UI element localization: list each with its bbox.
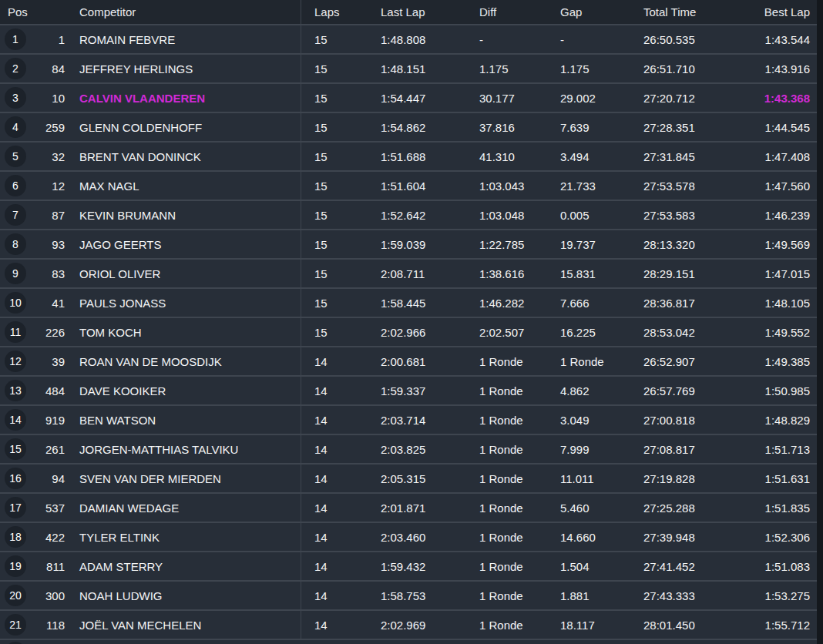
table-row[interactable]: 4259GLENN COLDENHOFF151:54.86237.8167.63… [0,112,817,141]
table-row[interactable]: 11ROMAIN FEBVRE151:48.808--26:50.5351:43… [0,24,817,53]
last-lap-value: 1:59.432 [370,552,470,580]
best-lap-value: 1:48.829 [759,406,817,434]
scrollbar-track[interactable] [817,0,823,644]
position-cell: 11 [0,318,34,346]
diff-value: 1 Ronde [470,611,551,639]
last-lap-value: 1:54.862 [370,113,470,141]
table-row[interactable]: 612MAX NAGL151:51.6041:03.04321.73327:53… [0,170,817,200]
position-badge: 3 [5,87,26,109]
total-time-value: 27:19.828 [634,465,759,492]
position-cell: 5 [0,143,34,170]
best-lap-value: 1:49.552 [759,318,817,346]
position-badge: 8 [5,233,26,255]
table-row[interactable]: 310CALVIN VLAANDEREN151:54.44730.17729.0… [0,82,817,112]
table-row[interactable]: 20300NOAH LUDWIG141:58.7531 Ronde1.88127… [0,580,817,609]
rider-number: 226 [34,318,69,346]
best-lap-value: 1:53.275 [759,582,817,609]
best-lap-value: 1:43.368 [759,84,817,112]
last-lap-value: 1:48.808 [370,25,470,53]
position-cell: 7 [0,201,34,229]
diff-value: 1 Ronde [470,582,551,609]
rider-name: GLENN COLDENHOFF [69,113,301,141]
table-row[interactable]: 21118JOËL VAN MECHELEN142:02.9691 Ronde1… [0,609,817,639]
position-badge: 7 [5,204,26,226]
position-badge: 6 [5,175,26,196]
table-row[interactable]: 983ORIOL OLIVER152:08.7111:38.61615.8312… [0,258,817,287]
laps-value: 15 [301,289,370,317]
table-row[interactable]: 15261JORGEN-MATTHIAS TALVIKU142:03.8251 … [0,434,817,463]
last-lap-value: 1:51.604 [370,172,470,200]
best-lap-value: 1:44.545 [759,113,817,141]
position-cell: 2 [0,55,34,82]
rider-name: BRENT VAN DONINCK [69,143,301,170]
rider-name: SVEN VAN DER MIERDEN [69,465,301,492]
laps-value: 14 [301,377,370,404]
diff-value: 1 Ronde [470,552,551,580]
table-row[interactable]: 787KEVIN BRUMANN151:52.6421:03.0480.0052… [0,200,817,229]
position-badge: 5 [5,146,26,167]
last-lap-value: 1:59.337 [370,377,470,404]
table-row[interactable]: 11226TOM KOCH152:02.9662:02.50716.22528:… [0,317,817,346]
position-badge: 2 [5,58,26,79]
total-time-value: 27:31.845 [634,143,759,170]
diff-value: 1:03.043 [470,172,551,200]
gap-value: 0.005 [551,201,634,229]
total-time-value: 27:08.817 [634,435,759,463]
diff-value: 1 Ronde [470,377,551,404]
laps-value: 15 [301,143,370,170]
table-row[interactable]: 1041PAULS JONASS151:58.4451:46.2827.6662… [0,287,817,317]
diff-value: 1 Ronde [470,435,551,463]
table-row[interactable]: 19811ADAM STERRY141:59.4321 Ronde1.50427… [0,551,817,580]
total-time-value: 26:51.710 [634,55,759,82]
table-row[interactable]: 893JAGO GEERTS151:59.0391:22.78519.73728… [0,229,817,258]
best-lap-value: 1:51.835 [759,494,817,522]
laps-value: 14 [301,435,370,463]
gap-value: 19.737 [551,230,634,258]
position-badge: 17 [5,497,26,518]
rider-number: 537 [34,494,69,522]
best-lap-value: 1:43.916 [759,55,817,82]
diff-value: 37.816 [470,113,551,141]
table-row[interactable]: 1239ROAN VAN DE MOOSDIJK142:00.6811 Rond… [0,346,817,375]
total-time-value: 28:53.042 [634,318,759,346]
rider-name: JAGO GEERTS [69,230,301,258]
gap-value: 29.002 [551,84,634,112]
table-row[interactable]: 13484DAVE KOOIKER141:59.3371 Ronde4.8622… [0,375,817,404]
rider-number: 1 [34,25,69,53]
position-badge: 11 [5,321,26,343]
table-row[interactable]: 1694SVEN VAN DER MIERDEN142:05.3151 Rond… [0,463,817,492]
best-lap-value: 1:43.544 [759,25,817,53]
rider-name: NOAH LUDWIG [69,582,301,609]
gap-value: 7.666 [551,289,634,317]
best-lap-value: 1:48.105 [759,289,817,317]
position-badge: 4 [5,116,26,138]
gap-value: 16.225 [551,318,634,346]
gap-value: - [551,25,634,53]
total-time-value: 26:52.907 [634,347,759,375]
rider-number: 484 [34,377,69,404]
table-row[interactable]: 532BRENT VAN DONINCK151:51.68841.3103.49… [0,141,817,170]
gap-value: 7.999 [551,435,634,463]
position-badge: 20 [5,585,26,606]
laps-value: 15 [301,172,370,200]
table-row[interactable]: 18422TYLER ELTINK142:03.4601 Ronde14.660… [0,522,817,551]
rider-name: BEN WATSON [69,406,301,434]
diff-value: 1 Ronde [470,465,551,492]
rider-name: MAX NAGL [69,172,301,200]
laps-value: 14 [301,494,370,522]
diff-value: 1 Ronde [470,347,551,375]
table-row[interactable]: 17537DAMIAN WEDAGE142:01.8711 Ronde5.460… [0,492,817,522]
total-time-value: 28:36.817 [634,289,759,317]
rider-name: KEVIN BRUMANN [69,201,301,229]
rider-number: 422 [34,523,69,551]
best-lap-value: 1:52.306 [759,523,817,551]
position-cell: 19 [0,552,34,580]
position-cell: 14 [0,406,34,434]
col-header-competitor: Competitor [34,0,301,24]
rider-number: 300 [34,582,69,609]
rider-number: 93 [34,230,69,258]
table-row[interactable]: 14919BEN WATSON142:03.7141 Ronde3.04927:… [0,404,817,434]
col-header-pos: Pos [0,0,34,24]
position-badge: 12 [5,351,26,372]
table-row[interactable]: 284JEFFREY HERLINGS151:48.1511.1751.1752… [0,53,817,82]
